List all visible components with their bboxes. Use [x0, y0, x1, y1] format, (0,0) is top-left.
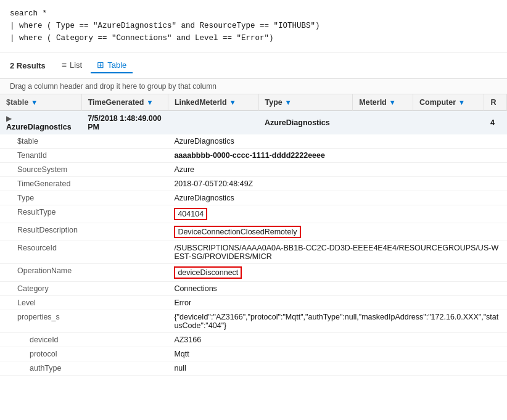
detail-value-cell: Connections: [168, 282, 506, 296]
group-linkedmeterid: [168, 111, 258, 135]
detail-row: ResourceId /SUBSCRIPTIONS/AAAA0A0A-BB1B-…: [0, 241, 507, 264]
detail-value-cell: AzureDiagnostics: [168, 134, 506, 149]
results-table: $table ▼ TimeGenerated ▼ LinkedMeterId ▼: [0, 94, 507, 376]
detail-row: $table AzureDiagnostics: [0, 134, 507, 149]
col-computer-filter[interactable]: ▼: [458, 99, 465, 106]
detail-row: ResultType 404104: [0, 205, 507, 223]
detail-value: aaaabbbb-0000-cccc-1111-dddd2222eeee: [174, 151, 325, 160]
detail-value: /SUBSCRIPTIONS/AAAA0A0A-BB1B-CC2C-DD3D-E…: [174, 244, 498, 261]
list-tab-label: List: [70, 60, 82, 70]
col-stable-label: $table: [6, 98, 28, 107]
drag-hint: Drag a column header and drop it here to…: [0, 79, 507, 94]
highlighted-value: deviceDisconnect: [174, 266, 242, 279]
detail-label: Category: [0, 282, 168, 296]
nested-label: deviceId: [0, 333, 168, 347]
col-computer-label: Computer: [419, 98, 456, 107]
highlighted-value: 404104: [174, 208, 207, 220]
col-r-label: R: [490, 98, 496, 107]
detail-row: properties_s {"deviceId":"AZ3166","proto…: [0, 310, 507, 333]
col-computer: Computer ▼: [413, 94, 484, 111]
detail-value-cell: /SUBSCRIPTIONS/AAAA0A0A-BB1B-CC2C-DD3D-E…: [168, 241, 506, 264]
group-row[interactable]: ▶ AzureDiagnostics 7/5/2018 1:48:49.000 …: [0, 111, 507, 135]
col-meterid-filter[interactable]: ▼: [389, 99, 396, 106]
detail-label: $table: [0, 134, 168, 149]
nested-value: null: [168, 361, 506, 376]
detail-row: OperationName deviceDisconnect: [0, 264, 507, 282]
nested-detail-row: protocol Mqtt: [0, 347, 507, 361]
table-container: $table ▼ TimeGenerated ▼ LinkedMeterId ▼: [0, 94, 507, 376]
group-meterid: [353, 111, 413, 135]
nested-value: Mqtt: [168, 347, 506, 361]
group-computer: [413, 111, 484, 135]
detail-value: Azure: [174, 165, 194, 174]
detail-row: Category Connections: [0, 282, 507, 296]
results-header: 2 Results ≡ List ⊞ Table: [0, 52, 507, 79]
col-type-label: Type: [265, 98, 282, 107]
nested-label: protocol: [0, 347, 168, 361]
detail-value-cell: aaaabbbb-0000-cccc-1111-dddd2222eeee: [168, 149, 506, 163]
query-line2: | where ( Type == "AzureDiagnostics" and…: [10, 20, 497, 32]
table-tab-label: Table: [107, 60, 126, 70]
detail-value-cell: DeviceConnectionClosedRemotely: [168, 223, 506, 241]
detail-row: Level Error: [0, 296, 507, 310]
detail-label: properties_s: [0, 310, 168, 333]
query-section: search * | where ( Type == "AzureDiagnos…: [0, 0, 507, 52]
col-meterid-label: MeterId: [359, 98, 386, 107]
results-count: 2 Results: [10, 61, 46, 70]
table-tab-icon: ⊞: [97, 60, 104, 70]
tab-table[interactable]: ⊞ Table: [91, 57, 133, 73]
group-stable-value: AzureDiagnostics: [6, 123, 72, 131]
col-meterid: MeterId ▼: [353, 94, 413, 111]
group-timegenerated: 7/5/2018 1:48:49.000 PM: [81, 111, 168, 135]
detail-value: AzureDiagnostics: [174, 137, 234, 146]
detail-label: Type: [0, 191, 168, 205]
col-timegenerated: TimeGenerated ▼: [81, 94, 168, 111]
table-header-row: $table ▼ TimeGenerated ▼ LinkedMeterId ▼: [0, 94, 507, 111]
detail-value-cell: 2018-07-05T20:48:49Z: [168, 177, 506, 191]
list-tab-icon: ≡: [62, 60, 67, 70]
nested-value: AZ3166: [168, 333, 506, 347]
detail-label: TenantId: [0, 149, 168, 163]
detail-label: ResultDescription: [0, 223, 168, 241]
group-toggle[interactable]: ▶: [6, 115, 11, 122]
nested-label: authType: [0, 361, 168, 376]
detail-value: AzureDiagnostics: [174, 194, 234, 202]
col-stable: $table ▼: [0, 94, 81, 111]
detail-value-cell: Azure: [168, 163, 506, 177]
col-r: R: [484, 94, 507, 111]
detail-label: SourceSystem: [0, 163, 168, 177]
nested-detail-row: deviceId AZ3166: [0, 333, 507, 347]
detail-row: ResultDescription DeviceConnectionClosed…: [0, 223, 507, 241]
detail-value: Connections: [174, 284, 217, 293]
col-stable-filter[interactable]: ▼: [31, 99, 38, 106]
detail-label: ResourceId: [0, 241, 168, 264]
detail-row: TimeGenerated 2018-07-05T20:48:49Z: [0, 177, 507, 191]
detail-value: Error: [174, 299, 191, 307]
detail-value-cell: {"deviceId":"AZ3166","protocol":"Mqtt","…: [168, 310, 506, 333]
tab-container: ≡ List ⊞ Table: [56, 57, 133, 73]
detail-value-cell: AzureDiagnostics: [168, 191, 506, 205]
col-linkedmeterid-filter[interactable]: ▼: [229, 99, 236, 106]
highlighted-value: DeviceConnectionClosedRemotely: [174, 226, 300, 238]
col-timegenerated-filter[interactable]: ▼: [146, 99, 153, 106]
detail-row: SourceSystem Azure: [0, 163, 507, 177]
group-type: AzureDiagnostics: [258, 111, 353, 135]
detail-value: {"deviceId":"AZ3166","protocol":"Mqtt","…: [174, 313, 498, 330]
detail-value: 2018-07-05T20:48:49Z: [174, 179, 253, 188]
detail-value-cell: Error: [168, 296, 506, 310]
nested-detail-row: authType null: [0, 361, 507, 376]
tab-list[interactable]: ≡ List: [56, 57, 88, 73]
detail-value-cell: 404104: [168, 205, 506, 223]
detail-label: Level: [0, 296, 168, 310]
col-linkedmeterid: LinkedMeterId ▼: [168, 94, 258, 111]
detail-label: ResultType: [0, 205, 168, 223]
detail-value-cell: deviceDisconnect: [168, 264, 506, 282]
group-stable: ▶ AzureDiagnostics: [0, 111, 81, 135]
col-type-filter[interactable]: ▼: [285, 99, 292, 106]
col-type: Type ▼: [258, 94, 353, 111]
col-linkedmeterid-label: LinkedMeterId: [175, 98, 227, 107]
query-line1: search *: [10, 7, 497, 20]
col-timegenerated-label: TimeGenerated: [88, 98, 144, 107]
detail-row: Type AzureDiagnostics: [0, 191, 507, 205]
query-line3: | where ( Category == "Connections" and …: [10, 32, 497, 44]
